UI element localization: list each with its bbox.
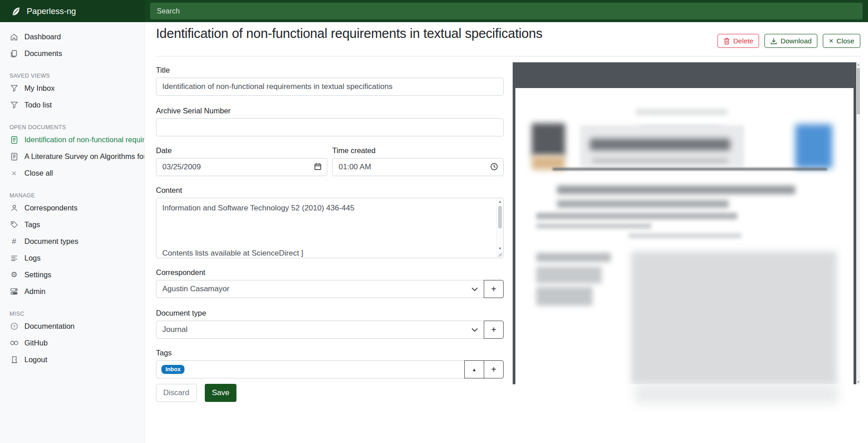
trash-icon	[723, 37, 730, 45]
calendar-icon[interactable]	[314, 163, 322, 171]
toggles-icon	[9, 287, 19, 296]
blurred-content	[557, 200, 729, 208]
pdf-scrollbar[interactable]: ▲ ▼	[856, 62, 860, 384]
sidebar-item-label: Document types	[24, 237, 82, 246]
blurred-content	[628, 233, 741, 238]
sidebar-item-admin[interactable]: Admin	[0, 283, 144, 300]
open-document-title: Identification of non-functional require…	[24, 135, 144, 144]
document-type-select[interactable]: Journal	[156, 321, 484, 339]
content-scrollbar[interactable]: ▲ ▼	[496, 198, 503, 258]
sidebar-item-logout[interactable]: Logout	[0, 351, 144, 368]
filter-icon	[9, 84, 19, 93]
time-created-label: Time created	[332, 146, 504, 155]
open-document-title: A Literature Survey on Algorithms for Mu…	[24, 152, 144, 161]
sidebar-item-label: Documents	[24, 49, 66, 58]
scroll-down-icon[interactable]: ▼	[497, 247, 503, 251]
close-button[interactable]: × Close	[823, 34, 860, 48]
sidebar-item-tags[interactable]: Tags	[0, 216, 144, 233]
blurred-content	[536, 287, 593, 306]
sidebar-item-document-types[interactable]: # Document types	[0, 233, 144, 250]
page-title: Identification of non-functional require…	[156, 26, 698, 41]
content-textarea-frame: Information and Software Technology 52 (…	[156, 198, 504, 258]
sidebar-section-misc: MISC	[0, 310, 144, 318]
blurred-content	[592, 159, 728, 163]
search-input[interactable]	[150, 3, 863, 19]
leaf-icon	[11, 6, 21, 16]
sidebar-open-document-1[interactable]: Identification of non-functional require…	[0, 131, 144, 148]
delete-button[interactable]: Delete	[717, 34, 760, 48]
download-icon	[770, 37, 777, 45]
blurred-content	[636, 110, 728, 114]
add-document-type-button[interactable]: +	[484, 321, 504, 339]
app-brand[interactable]: Paperless-ng	[0, 0, 145, 22]
asn-input[interactable]	[156, 118, 504, 136]
tag-badge-inbox[interactable]: Inbox	[161, 365, 184, 374]
document-type-label: Document type	[156, 309, 504, 317]
add-correspondent-button[interactable]: +	[484, 280, 504, 298]
house-icon	[9, 33, 19, 42]
save-button[interactable]: Save	[205, 384, 237, 402]
scrollbar-thumb[interactable]	[498, 206, 502, 228]
sidebar-item-label: Close all	[24, 169, 57, 177]
sidebar-item-my-inbox[interactable]: My Inbox	[0, 80, 144, 97]
sidebar-item-dashboard[interactable]: Dashboard	[0, 28, 144, 45]
sidebar-item-todo-list[interactable]: Todo list	[0, 97, 144, 113]
blurred-content	[536, 213, 737, 219]
sidebar-item-documentation[interactable]: ? Documentation	[0, 318, 144, 335]
blurred-logo	[795, 124, 832, 168]
scroll-up-icon[interactable]: ▲	[497, 200, 503, 204]
sidebar-item-label: Dashboard	[24, 33, 65, 41]
download-button[interactable]: Download	[764, 34, 817, 48]
link-icon	[9, 339, 19, 348]
sidebar: Dashboard Documents SAVED VIEWS My Inbox…	[0, 22, 145, 443]
add-tag-button[interactable]: +	[484, 360, 504, 378]
plus-icon: +	[491, 284, 496, 294]
blurred-content	[536, 253, 611, 262]
resize-grip-icon[interactable]	[497, 252, 502, 257]
chevron-down-icon	[472, 328, 478, 332]
sidebar-item-close-all[interactable]: × Close all	[0, 165, 144, 182]
sidebar-item-label: GitHub	[24, 339, 51, 347]
content-textarea[interactable]: Information and Software Technology 52 (…	[156, 198, 496, 258]
correspondent-select[interactable]: Agustin Casamayor	[156, 280, 484, 298]
sidebar-item-settings[interactable]: ⚙ Settings	[0, 266, 144, 283]
sidebar-item-label: Admin	[24, 287, 49, 296]
top-navbar: Paperless-ng	[0, 0, 868, 22]
content-label: Content	[156, 186, 504, 195]
sidebar-item-correspondents[interactable]: Correspondents	[0, 200, 144, 216]
scroll-up-icon[interactable]: ▲	[856, 63, 860, 66]
blurred-content	[536, 224, 651, 228]
sidebar-item-label: Correspondents	[24, 204, 81, 212]
blurred-content	[590, 139, 730, 150]
pdf-page	[515, 88, 854, 384]
document-edit-form: Title Archive Serial Number Date Time cr…	[156, 56, 504, 402]
caret-up-icon: ▲	[472, 367, 476, 372]
tags-dropdown-button[interactable]: ▲	[464, 360, 484, 378]
sidebar-item-label: My Inbox	[24, 84, 58, 93]
clock-icon[interactable]	[490, 163, 498, 171]
sidebar-item-documents[interactable]: Documents	[0, 45, 144, 62]
title-input[interactable]	[156, 78, 504, 96]
date-input[interactable]	[156, 158, 327, 176]
time-created-input[interactable]	[332, 158, 504, 176]
sidebar-item-label: Tags	[24, 220, 44, 229]
blurred-logo	[532, 123, 565, 156]
discard-button[interactable]: Discard	[156, 384, 197, 402]
sidebar-item-label: Documentation	[24, 322, 78, 331]
sidebar-item-github[interactable]: GitHub	[0, 335, 144, 351]
document-preview: ▲ ▼	[513, 62, 860, 384]
scrollbar-thumb[interactable]	[857, 68, 860, 114]
blurred-rule	[552, 168, 827, 170]
blurred-content	[536, 266, 602, 284]
sidebar-section-open-documents: OPEN DOCUMENTS	[0, 123, 144, 131]
question-circle-icon: ?	[9, 322, 19, 331]
sidebar-item-label: Todo list	[24, 101, 56, 109]
file-text-icon	[9, 152, 19, 161]
sidebar-item-label: Settings	[24, 270, 55, 279]
sidebar-item-logs[interactable]: Logs	[0, 250, 144, 266]
sidebar-open-document-2[interactable]: A Literature Survey on Algorithms for Mu…	[0, 148, 144, 165]
tags-input[interactable]: Inbox	[156, 360, 465, 378]
blurred-content	[631, 252, 837, 384]
scroll-down-icon[interactable]: ▼	[856, 381, 860, 383]
sidebar-item-label: Logout	[24, 355, 51, 364]
